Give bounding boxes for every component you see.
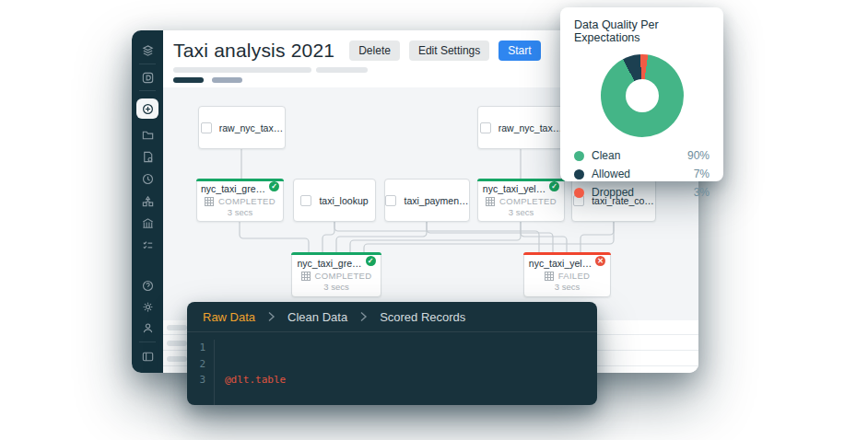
error-badge-icon: ✕	[595, 256, 605, 266]
table-icon	[486, 197, 495, 206]
edit-settings-button[interactable]: Edit Settings	[409, 41, 489, 61]
node-label: nyc_taxi_gre…	[201, 183, 265, 194]
skeleton-row-bar	[167, 341, 187, 346]
dag-node-taxi-lookup[interactable]: taxi_lookup	[293, 179, 376, 222]
skeleton-text-bar	[173, 67, 311, 73]
node-status-bar	[196, 179, 284, 181]
help-icon[interactable]	[140, 278, 155, 293]
node-checkbox[interactable]	[201, 122, 212, 133]
donut-hole	[626, 79, 659, 112]
tab-scored-records[interactable]: Scored Records	[380, 310, 465, 324]
node-label: taxi_lookup	[319, 195, 368, 206]
node-status-bar	[291, 252, 381, 255]
chevron-right-icon	[267, 311, 276, 322]
node-duration: 3 secs	[509, 207, 534, 217]
node-label: nyc_taxi_gre…	[297, 258, 361, 269]
node-label: taxi_paymen…	[404, 195, 468, 206]
node-status: FAILED	[558, 271, 591, 281]
node-label: nyc_taxi_yel…	[529, 258, 592, 269]
node-label: nyc_taxi_yel…	[483, 183, 545, 194]
dag-icon[interactable]	[140, 193, 155, 208]
table-icon	[301, 272, 311, 281]
legend-row-clean: Clean 90%	[574, 146, 710, 165]
node-status-bar	[523, 252, 611, 255]
stage: Taxi analysis 2021 Delete Edit Settings …	[0, 0, 868, 440]
sidebar-divider	[139, 342, 156, 342]
donut-chart	[601, 54, 684, 137]
node-duration: 3 secs	[323, 282, 348, 292]
node-status: COMPLETED	[218, 196, 276, 206]
table-icon	[545, 272, 554, 281]
skeleton-row-bar	[167, 356, 187, 362]
node-checkbox[interactable]	[385, 195, 396, 206]
clean-dot-icon	[574, 151, 584, 161]
dag-node-green-silver[interactable]: nyc_taxi_gre…✓ COMPLETED 3 secs	[291, 252, 381, 297]
node-duration: 3 secs	[228, 207, 252, 217]
code-line: @dlt.table	[225, 372, 573, 388]
node-status: COMPLETED	[499, 196, 557, 206]
settings-gear-icon[interactable]	[140, 299, 155, 314]
panel-toggle-icon[interactable]	[140, 349, 155, 364]
folder-icon[interactable]	[140, 127, 155, 142]
legend-value: 90%	[687, 149, 710, 162]
sidebar-item-pipelines[interactable]	[136, 98, 158, 119]
start-button[interactable]: Start	[499, 41, 540, 61]
node-status: COMPLETED	[315, 271, 372, 281]
logo-icon	[140, 43, 155, 58]
legend-row-allowed: Allowed 7%	[574, 165, 710, 183]
dag-node-green-bronze[interactable]: nyc_taxi_gre…✓ COMPLETED 3 secs	[196, 179, 284, 222]
legend-label: Allowed	[592, 168, 686, 180]
dag-node-raw-right[interactable]: raw_nyc_tax…	[477, 106, 565, 149]
delete-button[interactable]: Delete	[349, 41, 400, 61]
table-icon	[205, 197, 214, 206]
sidebar-divider	[139, 90, 156, 91]
dropped-dot-icon	[574, 188, 584, 198]
legend-label: Clean	[592, 149, 680, 162]
workspace-icon[interactable]	[140, 70, 155, 85]
task-list-icon[interactable]	[140, 237, 155, 252]
dag-node-yellow-bronze[interactable]: nyc_taxi_yel…✓ COMPLETED 3 secs	[477, 179, 565, 222]
code-panel: Raw Data Clean Data Scored Records 1 2 3…	[187, 302, 597, 405]
chevron-right-icon	[359, 311, 368, 322]
dag-node-raw-left[interactable]: raw_nyc_tax…	[198, 106, 286, 149]
node-label: raw_nyc_tax…	[219, 122, 283, 133]
allowed-dot-icon	[574, 169, 584, 179]
data-quality-card: Data Quality Per Expectations Clean 90% …	[560, 7, 723, 181]
recents-clock-icon[interactable]	[140, 171, 155, 186]
code-lines: @dlt.table def scored_records(): return …	[215, 340, 573, 405]
node-checkbox[interactable]	[480, 122, 491, 133]
file-settings-icon[interactable]	[140, 149, 155, 164]
line-numbers: 1 2 3	[187, 340, 215, 405]
legend-value: 7%	[694, 168, 710, 180]
active-tab-placeholder[interactable]	[173, 77, 204, 83]
node-duration: 3 secs	[555, 282, 580, 292]
node-label: raw_nyc_tax…	[499, 122, 562, 133]
page-title: Taxi analysis 2021	[173, 40, 334, 62]
code-editor: 1 2 3 @dlt.table def scored_records(): r…	[187, 332, 597, 405]
inactive-tab-placeholder[interactable]	[212, 77, 242, 83]
check-badge-icon: ✓	[269, 181, 279, 191]
lakehouse-icon[interactable]	[140, 215, 155, 230]
check-badge-icon: ✓	[366, 256, 376, 266]
tab-raw-data[interactable]: Raw Data	[203, 310, 255, 324]
user-icon[interactable]	[140, 320, 155, 335]
dag-node-taxi-payment[interactable]: taxi_paymen…	[384, 179, 470, 222]
check-badge-icon: ✓	[549, 181, 559, 191]
legend-row-dropped: Dropped 3%	[574, 183, 710, 202]
sidebar-divider	[139, 64, 156, 64]
code-tabs: Raw Data Clean Data Scored Records	[187, 302, 597, 332]
sidebar	[132, 30, 163, 373]
skeleton-row-bar	[167, 325, 187, 330]
legend-label: Dropped	[592, 186, 686, 199]
node-checkbox[interactable]	[300, 195, 311, 206]
dag-node-yellow-silver-failed[interactable]: nyc_taxi_yel…✕ FAILED 3 secs	[523, 252, 611, 297]
legend-value: 3%	[694, 186, 710, 199]
card-title: Data Quality Per Expectations	[574, 18, 710, 44]
skeleton-text-bar	[316, 67, 368, 73]
tab-clean-data[interactable]: Clean Data	[287, 310, 347, 324]
